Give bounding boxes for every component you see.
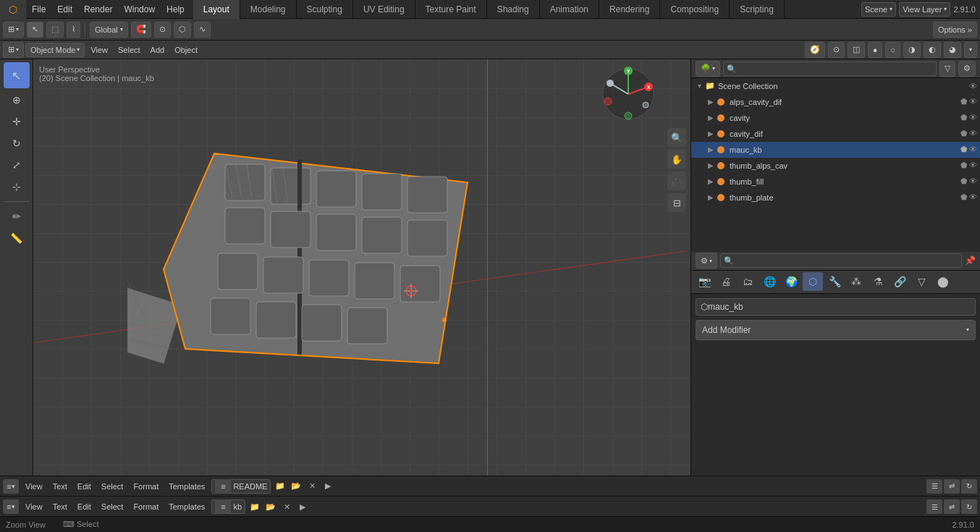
options-btn[interactable]: Options »	[933, 22, 977, 38]
select-tool-btn[interactable]: ↖	[27, 22, 43, 38]
bottom-sync-btn-2[interactable]: ↻	[961, 499, 977, 514]
tab-modeling[interactable]: Modeling	[240, 0, 297, 19]
outliner-scene-collection[interactable]: ▾ 📁 Scene Collection 👁	[691, 78, 980, 94]
menu-render[interactable]: Render	[78, 0, 118, 19]
bottom-open-2[interactable]: 📂	[264, 500, 277, 513]
particles-props-icon[interactable]: ⁂	[846, 272, 866, 291]
eye-icon-0[interactable]: 👁	[969, 82, 977, 90]
scene-props-icon[interactable]: 🌐	[759, 272, 780, 291]
proportional-btn[interactable]: ⊙	[154, 22, 171, 38]
filter-icon-4[interactable]: ⬟	[960, 161, 968, 170]
item-eye-2[interactable]: 👁	[969, 129, 977, 138]
bottom-select-1[interactable]: Select	[98, 479, 127, 494]
outliner-item-3[interactable]: ▶ mauc_kb ⬟ 👁	[691, 142, 980, 158]
scale-tool-icon[interactable]: ⤢	[4, 155, 30, 175]
menu-help[interactable]: Help	[161, 0, 190, 19]
tab-shading[interactable]: Shading	[487, 0, 540, 19]
menu-edit[interactable]: Edit	[51, 0, 78, 19]
annotate-tool-icon[interactable]: ✏	[4, 206, 30, 227]
rotate-tool-icon[interactable]: ↻	[4, 133, 30, 153]
bottom-format-2[interactable]: Format	[130, 499, 162, 514]
bottom-folder-2[interactable]: 📁	[248, 500, 261, 513]
bottom-format-1[interactable]: Format	[130, 479, 162, 494]
orthographic-icon[interactable]: ⊟	[667, 193, 686, 212]
tab-animation[interactable]: Animation	[540, 0, 599, 19]
item-eye-5[interactable]: 👁	[969, 177, 977, 186]
bottom-editor-btn-2[interactable]: ≡ ▾	[3, 499, 19, 514]
outliner-item-5[interactable]: ▶ thumb_fill ⬟ 👁	[691, 174, 980, 190]
menu-window[interactable]: Window	[118, 0, 161, 19]
rendered-btn[interactable]: ◕	[944, 42, 961, 58]
bottom-lines-btn-1[interactable]: ☰	[926, 479, 942, 494]
bottom-text-2[interactable]: Text	[49, 499, 71, 514]
snap-btn[interactable]: 🧲	[131, 22, 151, 38]
filter-icon-2[interactable]: ⬟	[960, 129, 968, 138]
box-select-btn[interactable]: ⬚	[46, 22, 64, 38]
fly-camera-icon[interactable]: 🎥	[667, 172, 686, 190]
add-modifier-btn[interactable]: Add Modifier ▾	[696, 320, 976, 340]
bottom-wrap-btn-2[interactable]: ⇌	[944, 499, 960, 514]
viewport-overlay-btn[interactable]: ⊙	[828, 42, 845, 58]
physics-props-icon[interactable]: ⚗	[868, 272, 888, 291]
bottom-open-1[interactable]: 📂	[290, 480, 303, 493]
tab-texture-paint[interactable]: Texture Paint	[415, 0, 487, 19]
outliner-item-0[interactable]: ▶ alps_cavity_dif ⬟ 👁	[691, 94, 980, 110]
view-layer-props-icon[interactable]: 🗂	[738, 272, 758, 291]
item-eye-3[interactable]: 👁	[969, 145, 977, 154]
tab-uv-editing[interactable]: UV Editing	[353, 0, 415, 19]
object-name-field[interactable]: ⬡ mauc_kb	[696, 298, 976, 316]
bottom-editor-btn-1[interactable]: ≡ ▾	[3, 479, 19, 494]
wireframe-btn[interactable]: ○	[885, 42, 900, 58]
bottom-view-2[interactable]: View	[22, 499, 46, 514]
lasso-select-btn[interactable]: ⌇	[67, 22, 80, 38]
cursor-tool-icon[interactable]: ⊕	[4, 90, 30, 110]
bottom-file-icon-1[interactable]: ≡	[215, 479, 231, 494]
zoom-in-icon[interactable]: 🔍	[667, 128, 686, 147]
scene-selector[interactable]: Scene ▾	[861, 2, 896, 17]
outliner-item-6[interactable]: ▶ thumb_plate ⬟ 👁	[691, 190, 980, 206]
item-eye-6[interactable]: 👁	[969, 193, 977, 202]
object-mode-btn[interactable]: Object Mode ▾	[25, 43, 85, 57]
filter-icon-3[interactable]: ⬟	[960, 145, 968, 154]
bottom-close-2[interactable]: ✕	[280, 500, 293, 513]
measure-tool-icon[interactable]: 📏	[4, 228, 30, 248]
tab-sculpting[interactable]: Sculpting	[297, 0, 353, 19]
bottom-edit-2[interactable]: Edit	[74, 499, 95, 514]
header-menu-select[interactable]: Select	[114, 43, 145, 57]
outliner-item-2[interactable]: ▶ cavity_dif ⬟ 👁	[691, 126, 980, 142]
material-view-btn[interactable]: ◑	[903, 42, 921, 58]
select-tool-icon[interactable]: ↖	[4, 62, 30, 88]
editor-type-small-btn[interactable]: ⊞ ▾	[3, 42, 24, 58]
menu-file[interactable]: File	[26, 0, 51, 19]
properties-editor-btn[interactable]: ⚙ ▾	[696, 253, 717, 269]
bottom-play-2[interactable]: ▶	[296, 500, 309, 513]
editor-type-btn[interactable]: ⊞ ▾	[3, 22, 24, 38]
bottom-play-1[interactable]: ▶	[321, 480, 334, 493]
bottom-wrap-btn-1[interactable]: ⇌	[944, 479, 960, 494]
bottom-folder-1[interactable]: 📁	[274, 480, 287, 493]
bottom-text-1[interactable]: Text	[49, 479, 71, 494]
header-menu-object[interactable]: Object	[170, 43, 202, 57]
bottom-templates-1[interactable]: Templates	[165, 479, 208, 494]
object-props-icon[interactable]: ⬡	[803, 272, 823, 291]
item-eye-0[interactable]: 👁	[969, 97, 977, 106]
item-eye-1[interactable]: 👁	[969, 113, 977, 122]
output-props-icon[interactable]: 🖨	[716, 272, 736, 291]
curve-btn[interactable]: ∿	[194, 22, 211, 38]
tab-scripting[interactable]: Scripting	[730, 0, 785, 19]
transform-global-dropdown[interactable]: Global ▾	[90, 22, 128, 38]
view-layer-selector[interactable]: View Layer ▾	[899, 2, 950, 17]
material-props-icon[interactable]: ⬤	[933, 272, 953, 291]
constraints-props-icon[interactable]: 🔗	[890, 272, 910, 291]
move-tool-icon[interactable]: ✛	[4, 111, 30, 132]
header-menu-view[interactable]: View	[86, 43, 112, 57]
outliner-item-4[interactable]: ▶ thumb_alps_cav ⬟ 👁	[691, 158, 980, 174]
render-view-btn[interactable]: ◐	[924, 42, 941, 58]
outliner-editor-btn[interactable]: 🌳 ▾	[696, 61, 720, 77]
tab-layout[interactable]: Layout	[193, 0, 240, 19]
solid-view-btn[interactable]: ●	[868, 42, 883, 58]
render-props-icon[interactable]: 📷	[694, 272, 714, 291]
tab-compositing[interactable]: Compositing	[660, 0, 730, 19]
properties-search-input[interactable]	[720, 253, 962, 268]
filter-icon-0[interactable]: ⬟	[960, 97, 968, 106]
